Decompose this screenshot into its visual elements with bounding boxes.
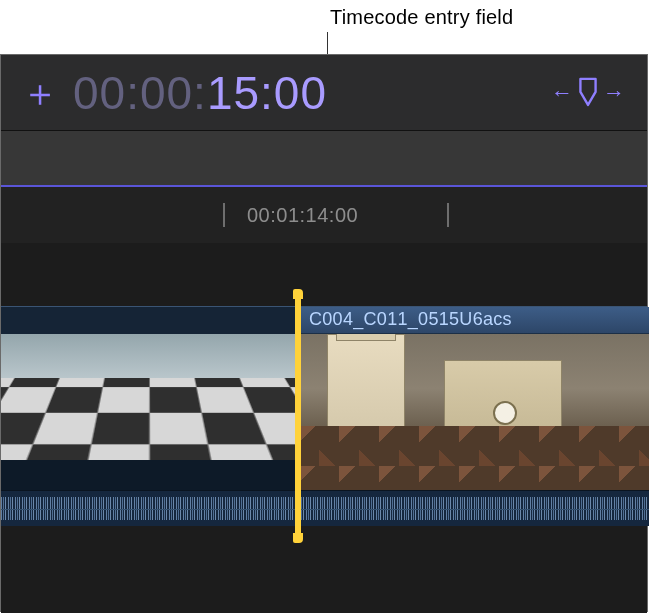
timecode-active: 15:00 [207, 67, 327, 119]
skimmer-pin-icon [575, 76, 601, 110]
video-track: C004_C011_0515U6acs [1, 306, 647, 525]
timeline-header-spacer [1, 131, 647, 187]
clip-thumbnail [299, 334, 649, 490]
timeline-editor: ＋ 00:00:15:00 ← → 00:01:14:00 C004_C011_… [0, 54, 648, 612]
clip-thumbnail [1, 334, 299, 490]
timeline-track-area[interactable]: C004_C011_0515U6acs [1, 243, 647, 613]
arrow-right-icon: → [603, 80, 625, 106]
timecode-entry-field[interactable]: 00:00:15:00 [73, 66, 537, 120]
annotation-label: Timecode entry field [330, 6, 513, 29]
clip-audio-waveform [299, 490, 649, 526]
ruler-tick [447, 203, 449, 227]
timeline-ruler[interactable]: 00:01:14:00 [1, 187, 647, 243]
timeline-clip[interactable] [1, 307, 299, 526]
edit-point-indicator[interactable] [295, 291, 301, 541]
timecode-toolbar: ＋ 00:00:15:00 ← → [1, 55, 647, 131]
arrow-left-icon: ← [551, 80, 573, 106]
clip-name-label: C004_C011_0515U6acs [299, 307, 649, 334]
timeline-clip[interactable]: C004_C011_0515U6acs [299, 307, 649, 526]
timecode-prefix: 00:00: [73, 67, 207, 119]
ruler-timecode-label: 00:01:14:00 [247, 204, 358, 227]
skimming-control[interactable]: ← → [551, 76, 625, 110]
clip-audio-waveform [1, 490, 299, 526]
ruler-tick [223, 203, 225, 227]
plus-icon[interactable]: ＋ [21, 74, 59, 112]
